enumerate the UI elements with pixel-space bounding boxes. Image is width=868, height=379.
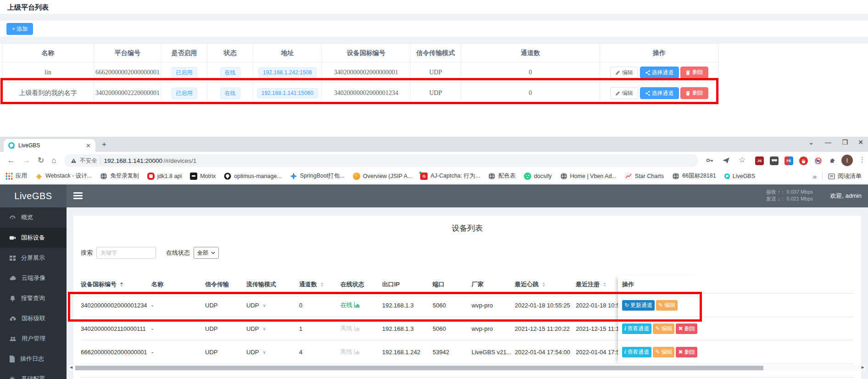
col-device-id[interactable]: 设备国标编号: [81, 280, 123, 289]
home-icon[interactable]: ⌂: [51, 156, 56, 165]
bookmark-star-icon[interactable]: ☆: [739, 155, 746, 165]
bookmark-gb28181[interactable]: 66国标28181: [672, 172, 716, 180]
sidebar-item-alarm-query[interactable]: 报警查询: [0, 288, 67, 308]
online-status-select[interactable]: 全部: [194, 247, 219, 259]
send-icon[interactable]: [722, 156, 730, 164]
bookmark-motrix[interactable]: Motrix: [190, 173, 216, 180]
search-input[interactable]: [96, 247, 156, 259]
view-channels-button[interactable]: i查看通道: [622, 347, 651, 357]
reload-icon[interactable]: ↻: [38, 156, 44, 165]
scroll-left-icon[interactable]: ◀: [70, 365, 72, 369]
edit-button[interactable]: 编辑: [610, 87, 638, 99]
bookmark-webstack[interactable]: ◈ Webstack - 设计...: [35, 172, 92, 180]
online-status[interactable]: 在线: [340, 301, 360, 309]
extension-camera-block-icon[interactable]: [814, 156, 823, 165]
actions-fixed-column: 操作 ↻更新通道 ✎编辑 i查看通道 ✎编辑 ✖删除 i查看通道 ✎编辑 ✖删除: [618, 275, 701, 364]
view-channels-button[interactable]: i查看通道: [622, 323, 651, 334]
horizontal-scrollbar[interactable]: ◀ ▶: [69, 365, 865, 371]
delete-button[interactable]: 删除: [680, 87, 708, 99]
tab-search-chevron-icon[interactable]: ⌄: [808, 139, 814, 146]
extension-fe-icon[interactable]: FE: [785, 156, 793, 165]
extension-mask-icon[interactable]: [770, 156, 779, 165]
sidebar-item-overview[interactable]: 概览: [0, 207, 67, 228]
sidebar-item-split-screen[interactable]: 分屏展示: [0, 248, 67, 268]
delete-button[interactable]: 删除: [680, 67, 708, 78]
stream-mode-select[interactable]: UDP∨: [246, 325, 266, 332]
key-icon[interactable]: [706, 156, 713, 164]
bookmarks-overflow-icon[interactable]: »: [813, 173, 817, 180]
address-badge[interactable]: 192.168.1.242:1506: [258, 67, 317, 78]
forward-icon[interactable]: →: [22, 156, 30, 165]
profile-avatar[interactable]: I: [841, 155, 853, 166]
platform-row-highlighted: 上级看到的我的名字 34020000002220000001 已启用 在线 19…: [2, 83, 719, 104]
extensions-puzzle-icon[interactable]: [829, 156, 836, 164]
sidebar-item-basic-config[interactable]: 基础配置: [0, 369, 67, 379]
stream-mode-select[interactable]: UDP∨: [246, 302, 266, 309]
select-channel-button[interactable]: 选择通道: [640, 67, 679, 78]
device-row-actions: i查看通道 ✎编辑 ✖删除: [618, 317, 701, 340]
sidebar-item-cloud-record[interactable]: 云端录像: [0, 268, 67, 288]
bandwidth-stats: 接收 ↑： 0.037 Mbps 发送 ↓： 0.021 Mbps: [766, 189, 813, 202]
col-transport: 信令传输模式: [411, 44, 461, 62]
edit-button[interactable]: ✎编辑: [656, 300, 678, 311]
bookmark-overview-jsip[interactable]: Overview (JSIP A...: [353, 173, 412, 180]
bookmark-docsify[interactable]: docsify: [524, 173, 552, 180]
bookmark-livegbs[interactable]: LiveGBS: [724, 173, 755, 179]
address-badge[interactable]: 192.168.1.141:15060: [257, 88, 318, 98]
delete-button[interactable]: ✖删除: [676, 347, 697, 357]
extension-js-icon[interactable]: JS: [755, 156, 764, 165]
edit-button[interactable]: ✎编辑: [653, 347, 674, 357]
enabled-badge: 已启用: [172, 88, 197, 99]
chevron-down-icon: ∨: [262, 326, 266, 331]
window-minimize-icon[interactable]: —: [825, 139, 831, 146]
stream-mode-select[interactable]: UDP∨: [246, 349, 266, 356]
cell-heartbeat: 2022-01-18 10:55:25: [515, 302, 570, 309]
app-logo[interactable]: LiveGBS: [0, 184, 67, 207]
tab-close-icon[interactable]: ✕: [86, 142, 91, 149]
bookmark-copy-free[interactable]: 免登录复制: [100, 172, 139, 180]
bookmark-star-charts[interactable]: Star Charts: [625, 173, 664, 180]
back-icon[interactable]: ←: [7, 156, 15, 165]
col-channels[interactable]: 通道数: [299, 280, 324, 289]
divider-band: [0, 14, 868, 21]
bookmark-springboot[interactable]: SpringBoot打包...: [290, 172, 345, 180]
bookmark-color-table[interactable]: 配色表: [488, 172, 516, 180]
new-tab-button[interactable]: +: [102, 140, 106, 149]
window-close-icon[interactable]: ✕: [858, 139, 863, 146]
sidebar-item-gb-devices[interactable]: 国标设备: [0, 228, 67, 248]
bookmark-jdk-api[interactable]: jdk1.8 api: [147, 173, 182, 180]
edit-button[interactable]: 编辑: [610, 67, 638, 78]
col-registered[interactable]: 最近注册: [576, 280, 606, 289]
select-channel-button[interactable]: 选择通道: [640, 87, 679, 99]
reading-list-button[interactable]: 阅读清单: [828, 172, 862, 180]
sidebar-item-operation-log[interactable]: 操作日志: [0, 349, 67, 369]
cell-device-id: 34020000002110000111: [81, 325, 146, 332]
delete-button[interactable]: ✖删除: [676, 323, 697, 334]
add-button[interactable]: + 添加: [6, 23, 33, 35]
bookmark-vben-home[interactable]: Home | Vben Ad...: [560, 173, 617, 180]
bookmark-aj-captcha[interactable]: G AJ-Captcha: 行为...: [420, 172, 480, 180]
window-maximize-icon[interactable]: ❒: [842, 139, 848, 146]
update-channels-button[interactable]: ↻更新通道: [622, 300, 655, 311]
address-bar: ← → ↻ ⌂ 不安全 192.168.1.141:20000/#/device…: [0, 152, 868, 169]
col-heartbeat[interactable]: 最近心跳: [515, 280, 545, 289]
col-stream-mode: 流传输模式: [246, 280, 276, 289]
url-field[interactable]: 不安全 192.168.1.141:20000/#/devices/1: [64, 154, 698, 167]
tab-livegbs[interactable]: LiveGBS ✕: [4, 139, 95, 152]
welcome-user[interactable]: 欢迎, admin: [830, 192, 862, 200]
sidebar-toggle-icon[interactable]: [73, 192, 83, 201]
cell-channels: 0: [461, 62, 600, 83]
edit-button[interactable]: ✎编辑: [653, 323, 674, 334]
browser-menu-icon[interactable]: ⋮: [859, 156, 866, 164]
docsify-icon: [524, 173, 531, 180]
scroll-right-icon[interactable]: ▶: [862, 365, 864, 369]
bookmark-apps[interactable]: 应用: [6, 172, 27, 180]
bookmark-optimus[interactable]: optimus-manage...: [224, 173, 282, 180]
bookmarks-right-cluster: » 阅读清单: [813, 169, 863, 184]
diamond-icon: [290, 173, 297, 180]
scrollbar-thumb[interactable]: [75, 366, 763, 370]
col-ip: 出口IP: [382, 280, 400, 289]
sidebar-item-gb-cascade[interactable]: 国标级联: [0, 308, 67, 329]
extension-hand-icon[interactable]: [799, 156, 808, 165]
sidebar-item-user-management[interactable]: 用户管理: [0, 329, 67, 349]
